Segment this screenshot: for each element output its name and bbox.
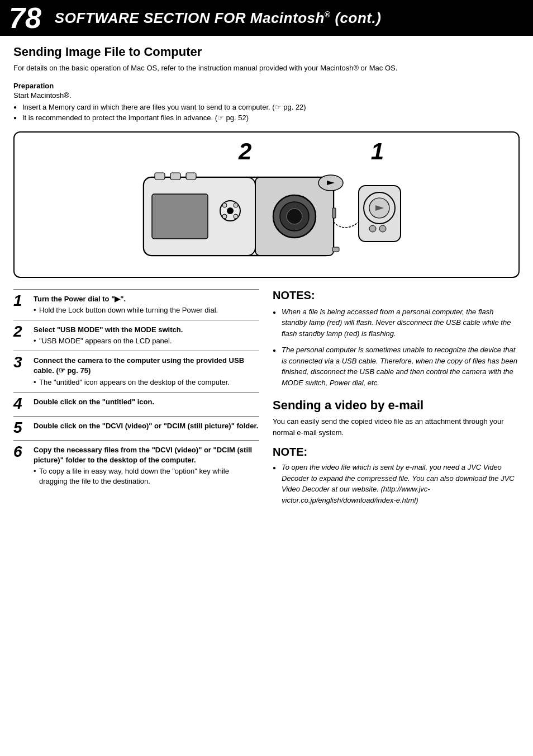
step-3-number: 3 bbox=[13, 355, 29, 370]
step-1-sub: Hold the Lock button down while turning … bbox=[34, 305, 259, 315]
step-1-number: 1 bbox=[13, 293, 29, 309]
step-2-main: Select "USB MODE" with the MODE switch. bbox=[34, 325, 259, 335]
prep-title: Preparation bbox=[13, 82, 520, 90]
svg-rect-2 bbox=[152, 194, 208, 239]
page-number: 78 bbox=[9, 3, 41, 32]
notes-title: NOTES: bbox=[273, 289, 520, 302]
step-5-main: Double click on the "DCVI (video)" or "D… bbox=[34, 421, 259, 431]
step-1-main: Turn the Power dial to "▶". bbox=[34, 294, 259, 304]
note-title: NOTE: bbox=[273, 446, 520, 459]
step-3-sub: The "untitled" icon appears on the deskt… bbox=[34, 377, 259, 388]
step-2-content: Select "USB MODE" with the MODE switch. … bbox=[34, 325, 259, 346]
step-6-main: Copy the necessary files from the "DCVI … bbox=[34, 445, 259, 465]
step-2-number: 2 bbox=[13, 324, 29, 339]
steps-column: 1 Turn the Power dial to "▶". Hold the L… bbox=[13, 289, 259, 506]
step-6-content: Copy the necessary files from the "DCVI … bbox=[34, 445, 259, 487]
notes-list: When a file is being accessed from a per… bbox=[273, 306, 520, 389]
svg-rect-18 bbox=[332, 247, 339, 252]
email-intro: You can easily send the copied video fil… bbox=[273, 416, 520, 438]
svg-point-12 bbox=[287, 209, 302, 224]
intro-text: For details on the basic operation of Ma… bbox=[13, 63, 520, 74]
prep-bullet-1: Insert a Memory card in which there are … bbox=[13, 102, 520, 113]
svg-rect-13 bbox=[155, 173, 165, 179]
svg-point-7 bbox=[222, 214, 227, 219]
two-col-layout: 1 Turn the Power dial to "▶". Hold the L… bbox=[13, 289, 520, 506]
step-5-number: 5 bbox=[13, 420, 29, 436]
page-header: 78 SOFTWARE SECTION FOR Macintosh® (cont… bbox=[0, 0, 533, 36]
step-2: 2 Select "USB MODE" with the MODE switch… bbox=[13, 320, 259, 351]
camera-svg bbox=[127, 160, 406, 264]
step-1: 1 Turn the Power dial to "▶". Hold the L… bbox=[13, 289, 259, 320]
step-2-sub: "USB MODE" appears on the LCD panel. bbox=[34, 336, 259, 346]
svg-rect-14 bbox=[170, 173, 180, 179]
svg-point-8 bbox=[234, 214, 238, 219]
svg-point-6 bbox=[234, 203, 238, 207]
camera-diagram bbox=[127, 160, 406, 266]
note-item-1: To open the video file which is sent by … bbox=[273, 462, 520, 505]
prep-start-text: Start Macintosh®. bbox=[13, 91, 520, 100]
svg-rect-15 bbox=[186, 173, 196, 179]
diagram-label-1: 1 bbox=[371, 138, 384, 165]
right-column: NOTES: When a file is being accessed fro… bbox=[273, 289, 520, 506]
camera-area: 2 1 bbox=[127, 144, 406, 266]
notes-item-2: The personal computer is sometimes unabl… bbox=[273, 344, 520, 388]
page-title: SOFTWARE SECTION FOR Macintosh® (cont.) bbox=[55, 10, 382, 27]
step-3-main: Connect the camera to the computer using… bbox=[34, 356, 259, 376]
svg-rect-17 bbox=[332, 208, 336, 218]
note-list: To open the video file which is sent by … bbox=[273, 462, 520, 505]
svg-point-25 bbox=[379, 225, 386, 232]
notes-item-1: When a file is being accessed from a per… bbox=[273, 306, 520, 339]
step-4-number: 4 bbox=[13, 396, 29, 412]
step-6-number: 6 bbox=[13, 444, 29, 460]
step-5-content: Double click on the "DCVI (video)" or "D… bbox=[34, 421, 259, 432]
prep-bullet-2: It is recommended to protect the importa… bbox=[13, 112, 520, 124]
step-4-content: Double click on the "untitled" icon. bbox=[34, 397, 259, 408]
section-title: Sending Image File to Computer bbox=[13, 45, 520, 59]
prep-bullets: Insert a Memory card in which there are … bbox=[13, 102, 520, 124]
step-6: 6 Copy the necessary files from the "DCV… bbox=[13, 440, 259, 492]
step-5: 5 Double click on the "DCVI (video)" or … bbox=[13, 416, 259, 440]
step-4: 4 Double click on the "untitled" icon. bbox=[13, 392, 259, 416]
svg-point-5 bbox=[222, 203, 227, 207]
step-3-content: Connect the camera to the computer using… bbox=[34, 356, 259, 388]
email-section-title: Sending a video by e-mail bbox=[273, 398, 520, 413]
svg-point-24 bbox=[369, 225, 376, 232]
step-3: 3 Connect the camera to the computer usi… bbox=[13, 351, 259, 392]
main-content: Sending Image File to Computer For detai… bbox=[0, 36, 533, 514]
step-4-main: Double click on the "untitled" icon. bbox=[34, 397, 259, 407]
svg-point-4 bbox=[227, 207, 234, 214]
step-1-content: Turn the Power dial to "▶". Hold the Loc… bbox=[34, 294, 259, 315]
diagram-label-2: 2 bbox=[239, 138, 251, 165]
diagram-box: 2 1 bbox=[13, 131, 520, 278]
step-6-sub: To copy a file in easy way, hold down th… bbox=[34, 466, 259, 486]
